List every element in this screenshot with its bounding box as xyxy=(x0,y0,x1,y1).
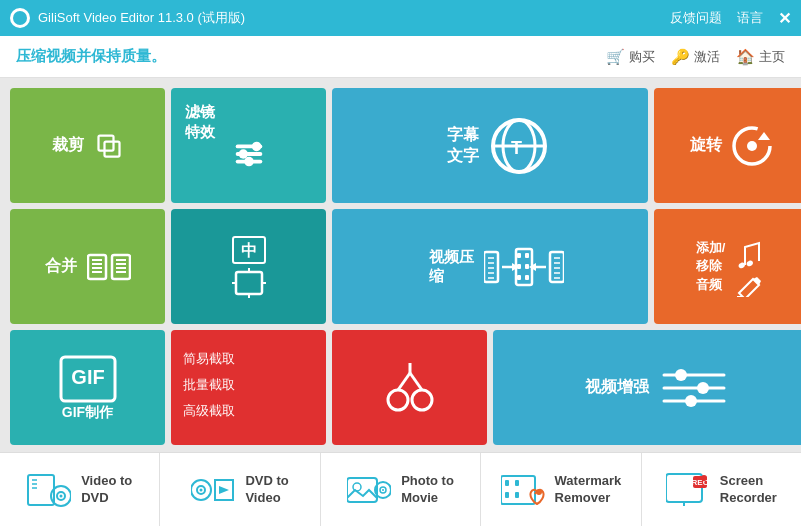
activate-button[interactable]: 🔑 激活 xyxy=(671,48,720,66)
merge-icon xyxy=(87,250,131,284)
svg-rect-42 xyxy=(525,253,529,258)
svg-rect-84 xyxy=(28,475,54,505)
svg-rect-102 xyxy=(515,480,519,486)
language-link[interactable]: 语言 xyxy=(737,9,763,27)
bottom-video-dvd[interactable]: Video toDVD xyxy=(0,453,160,526)
svg-rect-1 xyxy=(104,141,119,156)
adv-crop-label: 高级截取 xyxy=(183,402,235,420)
music-icon xyxy=(731,237,767,273)
middle-icon: 中 xyxy=(232,236,266,264)
svg-rect-104 xyxy=(515,492,519,498)
svg-text:T: T xyxy=(511,138,522,158)
bottom-photo-movie[interactable]: Photo toMovie xyxy=(321,453,481,526)
feedback-link[interactable]: 反馈问题 xyxy=(670,9,722,27)
svg-point-64 xyxy=(675,369,687,381)
svg-point-90 xyxy=(60,494,63,497)
tile-crop-multi[interactable]: 简易截取 批量截取 高级截取 xyxy=(171,330,326,445)
svg-marker-13 xyxy=(758,132,770,140)
svg-rect-46 xyxy=(525,275,529,280)
subtitle-label: 字幕 xyxy=(447,125,479,146)
tagline: 压缩视频并保持质量。 xyxy=(16,47,166,66)
tile-gif[interactable]: GIF GIF制作 xyxy=(10,330,165,445)
svg-marker-94 xyxy=(219,486,229,494)
merge-label: 合并 xyxy=(45,256,77,277)
edit-icon xyxy=(735,275,763,297)
svg-rect-41 xyxy=(517,253,521,258)
app-logo xyxy=(10,8,30,28)
title-bar: GiliSoft Video Editor 11.3.0 (试用版) 反馈问题 … xyxy=(0,0,801,36)
tile-filter[interactable]: 滤镜特效 xyxy=(171,88,326,203)
bottom-bar: Video toDVD DVD toVideo P xyxy=(0,452,801,526)
svg-point-99 xyxy=(382,489,384,491)
svg-line-61 xyxy=(410,373,422,390)
crop-label: 裁剪 xyxy=(52,135,84,156)
home-icon: 🏠 xyxy=(736,48,755,66)
home-button[interactable]: 🏠 主页 xyxy=(736,48,785,66)
svg-rect-0 xyxy=(98,135,113,150)
batch-crop-label: 批量截取 xyxy=(183,376,235,394)
key-icon: 🔑 xyxy=(671,48,690,66)
compress-label: 视频压缩 xyxy=(417,248,474,286)
svg-line-60 xyxy=(398,373,410,390)
watermark-icon xyxy=(501,472,545,508)
svg-rect-44 xyxy=(525,264,529,269)
easy-crop-label: 简易截取 xyxy=(183,350,235,368)
gif-icon: GIF xyxy=(58,354,118,404)
svg-text:GIF: GIF xyxy=(71,366,104,388)
rotate-label: 旋转 xyxy=(690,135,722,156)
cart-icon: 🛒 xyxy=(606,48,625,66)
subtitle-icon: T xyxy=(489,116,549,176)
buy-button[interactable]: 🛒 购买 xyxy=(606,48,655,66)
main-area: 裁剪 滤镜特效 字幕 文字 xyxy=(0,78,801,452)
svg-rect-101 xyxy=(505,480,509,486)
svg-point-111 xyxy=(701,475,707,481)
svg-text:中: 中 xyxy=(241,242,257,259)
filter-label: 滤镜特效 xyxy=(185,102,215,141)
bottom-watermark[interactable]: WatermarkRemover xyxy=(481,453,641,526)
grid-container: 裁剪 滤镜特效 字幕 文字 xyxy=(10,88,791,442)
tile-compress[interactable]: 视频压缩 xyxy=(332,209,648,324)
filter-icon xyxy=(230,135,268,173)
enhance-label: 视频增强 xyxy=(573,377,649,398)
bottom-dvd-video[interactable]: DVD toVideo xyxy=(160,453,320,526)
svg-rect-95 xyxy=(347,478,377,502)
tile-crop[interactable]: 裁剪 xyxy=(10,88,165,203)
svg-rect-45 xyxy=(517,275,521,280)
svg-rect-27 xyxy=(236,272,262,294)
tile-audio[interactable]: 添加/移除音频 xyxy=(654,209,801,324)
enhance-icon xyxy=(659,363,729,413)
svg-point-66 xyxy=(697,382,709,394)
bottom-screen-recorder[interactable]: REC ScreenRecorder xyxy=(642,453,801,526)
watermark-label: WatermarkRemover xyxy=(555,473,622,507)
crop-labels: 简易截取 批量截取 高级截取 xyxy=(183,350,235,420)
title-bar-left: GiliSoft Video Editor 11.3.0 (试用版) xyxy=(10,8,245,28)
svg-point-3 xyxy=(238,149,248,159)
dvd-video-label: DVD toVideo xyxy=(245,473,288,507)
close-button[interactable]: ✕ xyxy=(778,9,791,28)
compress-icon xyxy=(484,244,564,290)
photo-movie-label: Photo toMovie xyxy=(401,473,454,507)
toolbar: 压缩视频并保持质量。 🛒 购买 🔑 激活 🏠 主页 xyxy=(0,36,801,78)
scissors-icon xyxy=(380,358,440,418)
tile-rotate[interactable]: 旋转 xyxy=(654,88,801,203)
svg-point-93 xyxy=(200,488,203,491)
svg-point-58 xyxy=(388,390,408,410)
tile-merge[interactable]: 合并 xyxy=(10,209,165,324)
screen-recorder-icon: REC xyxy=(666,472,710,508)
tile-scissors[interactable] xyxy=(332,330,487,445)
tile-enhance[interactable]: 视频增强 xyxy=(493,330,801,445)
screen-recorder-label: ScreenRecorder xyxy=(720,473,777,507)
crop-frame-icon xyxy=(232,268,266,298)
app-logo-inner xyxy=(13,11,27,25)
dvd-to-video-icon xyxy=(191,472,235,508)
crop-icon xyxy=(94,131,124,161)
svg-point-14 xyxy=(747,141,757,151)
text-label: 文字 xyxy=(447,146,479,167)
tile-middle[interactable]: 中 xyxy=(171,209,326,324)
video-dvd-label: Video toDVD xyxy=(81,473,132,507)
tile-subtitle[interactable]: 字幕 文字 T xyxy=(332,88,648,203)
toolbar-actions: 🛒 购买 🔑 激活 🏠 主页 xyxy=(606,48,785,66)
svg-point-68 xyxy=(685,395,697,407)
app-title: GiliSoft Video Editor 11.3.0 (试用版) xyxy=(38,9,245,27)
svg-point-5 xyxy=(251,141,261,151)
